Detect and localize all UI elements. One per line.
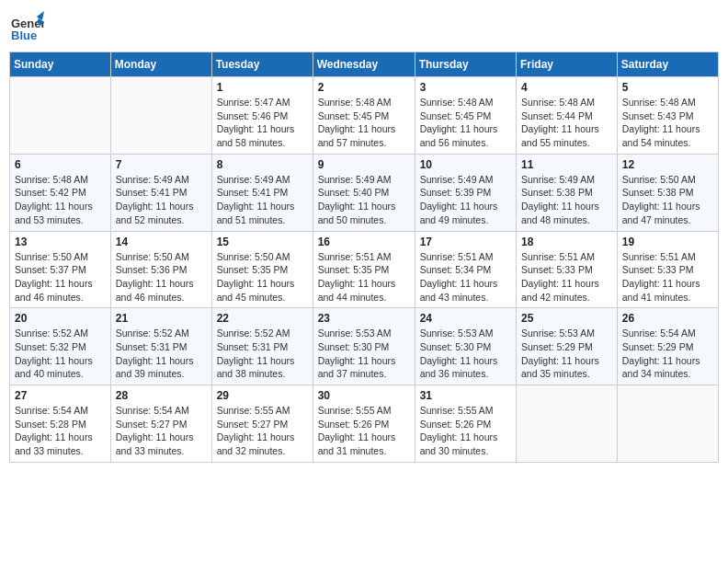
calendar-day-23: 22Sunrise: 5:52 AMSunset: 5:31 PMDayligh… bbox=[211, 308, 313, 385]
day-number: 23 bbox=[318, 312, 410, 325]
calendar-day-16: 15Sunrise: 5:50 AMSunset: 5:35 PMDayligh… bbox=[211, 231, 313, 308]
day-number: 16 bbox=[318, 236, 410, 248]
calendar-day-25: 24Sunrise: 5:53 AMSunset: 5:30 PMDayligh… bbox=[415, 308, 516, 385]
calendar-day-32: 31Sunrise: 5:55 AMSunset: 5:26 PMDayligh… bbox=[415, 385, 516, 463]
calendar-day-17: 16Sunrise: 5:51 AMSunset: 5:35 PMDayligh… bbox=[313, 231, 415, 308]
day-info: Sunrise: 5:51 AMSunset: 5:33 PMDaylight:… bbox=[622, 250, 713, 304]
weekday-header-wednesday: Wednesday bbox=[313, 52, 415, 77]
calendar-day-33 bbox=[517, 385, 618, 463]
calendar-day-7: 6Sunrise: 5:48 AMSunset: 5:42 PMDaylight… bbox=[10, 154, 111, 231]
day-info: Sunrise: 5:54 AMSunset: 5:29 PMDaylight:… bbox=[622, 327, 713, 381]
day-number: 24 bbox=[420, 312, 511, 325]
calendar-header-row: SundayMondayTuesdayWednesdayThursdayFrid… bbox=[10, 52, 719, 77]
day-info: Sunrise: 5:53 AMSunset: 5:29 PMDaylight:… bbox=[521, 327, 612, 381]
day-info: Sunrise: 5:51 AMSunset: 5:34 PMDaylight:… bbox=[420, 250, 511, 304]
day-info: Sunrise: 5:52 AMSunset: 5:31 PMDaylight:… bbox=[217, 327, 308, 381]
calendar-week-1: 1Sunrise: 5:47 AMSunset: 5:46 PMDaylight… bbox=[10, 77, 719, 155]
calendar-day-9: 8Sunrise: 5:49 AMSunset: 5:41 PMDaylight… bbox=[211, 154, 313, 231]
calendar-day-29: 28Sunrise: 5:54 AMSunset: 5:27 PMDayligh… bbox=[110, 385, 211, 463]
day-info: Sunrise: 5:49 AMSunset: 5:40 PMDaylight:… bbox=[318, 173, 410, 227]
day-number: 6 bbox=[15, 158, 106, 171]
calendar-day-2: 1Sunrise: 5:47 AMSunset: 5:46 PMDaylight… bbox=[211, 77, 313, 155]
day-number: 31 bbox=[420, 389, 511, 402]
day-number: 20 bbox=[15, 312, 106, 325]
day-number: 17 bbox=[420, 236, 511, 248]
day-info: Sunrise: 5:48 AMSunset: 5:42 PMDaylight:… bbox=[15, 173, 106, 227]
day-number: 10 bbox=[420, 158, 511, 171]
day-number: 22 bbox=[217, 312, 308, 325]
day-number: 8 bbox=[217, 158, 308, 171]
day-number: 11 bbox=[521, 158, 612, 171]
calendar-day-26: 25Sunrise: 5:53 AMSunset: 5:29 PMDayligh… bbox=[517, 308, 618, 385]
day-number: 26 bbox=[622, 312, 713, 325]
day-number: 2 bbox=[318, 81, 410, 94]
calendar-day-30: 29Sunrise: 5:55 AMSunset: 5:27 PMDayligh… bbox=[211, 385, 313, 463]
day-number: 5 bbox=[622, 81, 713, 94]
day-info: Sunrise: 5:55 AMSunset: 5:26 PMDaylight:… bbox=[420, 404, 511, 458]
day-number: 21 bbox=[116, 312, 207, 325]
day-number: 3 bbox=[420, 81, 511, 94]
day-info: Sunrise: 5:52 AMSunset: 5:32 PMDaylight:… bbox=[15, 327, 106, 381]
weekday-header-thursday: Thursday bbox=[415, 52, 516, 77]
page-header: General Blue bbox=[9, 9, 719, 44]
calendar-day-3: 2Sunrise: 5:48 AMSunset: 5:45 PMDaylight… bbox=[313, 77, 415, 155]
day-info: Sunrise: 5:48 AMSunset: 5:43 PMDaylight:… bbox=[622, 96, 713, 150]
calendar-day-22: 21Sunrise: 5:52 AMSunset: 5:31 PMDayligh… bbox=[110, 308, 211, 385]
day-number: 1 bbox=[217, 81, 308, 94]
calendar-day-20: 19Sunrise: 5:51 AMSunset: 5:33 PMDayligh… bbox=[617, 231, 718, 308]
day-info: Sunrise: 5:51 AMSunset: 5:33 PMDaylight:… bbox=[521, 250, 612, 304]
calendar-day-5: 4Sunrise: 5:48 AMSunset: 5:44 PMDaylight… bbox=[517, 77, 618, 155]
day-number: 28 bbox=[116, 389, 207, 402]
day-number: 12 bbox=[622, 158, 713, 171]
day-number: 13 bbox=[15, 236, 106, 248]
day-info: Sunrise: 5:55 AMSunset: 5:27 PMDaylight:… bbox=[217, 404, 308, 458]
day-number: 19 bbox=[622, 236, 713, 248]
day-info: Sunrise: 5:54 AMSunset: 5:27 PMDaylight:… bbox=[116, 404, 207, 458]
day-info: Sunrise: 5:49 AMSunset: 5:38 PMDaylight:… bbox=[521, 173, 612, 227]
calendar-day-31: 30Sunrise: 5:55 AMSunset: 5:26 PMDayligh… bbox=[313, 385, 415, 463]
calendar-day-15: 14Sunrise: 5:50 AMSunset: 5:36 PMDayligh… bbox=[110, 231, 211, 308]
weekday-header-tuesday: Tuesday bbox=[211, 52, 313, 77]
weekday-header-saturday: Saturday bbox=[617, 52, 718, 77]
calendar-day-0 bbox=[10, 77, 111, 155]
day-info: Sunrise: 5:52 AMSunset: 5:31 PMDaylight:… bbox=[116, 327, 207, 381]
day-info: Sunrise: 5:49 AMSunset: 5:39 PMDaylight:… bbox=[420, 173, 511, 227]
calendar-week-2: 6Sunrise: 5:48 AMSunset: 5:42 PMDaylight… bbox=[10, 154, 719, 231]
calendar-day-12: 11Sunrise: 5:49 AMSunset: 5:38 PMDayligh… bbox=[517, 154, 618, 231]
logo: General Blue bbox=[9, 9, 44, 44]
calendar-week-5: 27Sunrise: 5:54 AMSunset: 5:28 PMDayligh… bbox=[10, 385, 719, 463]
calendar-table: SundayMondayTuesdayWednesdayThursdayFrid… bbox=[9, 52, 719, 463]
day-info: Sunrise: 5:48 AMSunset: 5:44 PMDaylight:… bbox=[521, 96, 612, 150]
calendar-week-4: 20Sunrise: 5:52 AMSunset: 5:32 PMDayligh… bbox=[10, 308, 719, 385]
day-info: Sunrise: 5:48 AMSunset: 5:45 PMDaylight:… bbox=[420, 96, 511, 150]
day-number: 25 bbox=[521, 312, 612, 325]
calendar-day-13: 12Sunrise: 5:50 AMSunset: 5:38 PMDayligh… bbox=[617, 154, 718, 231]
calendar-day-27: 26Sunrise: 5:54 AMSunset: 5:29 PMDayligh… bbox=[617, 308, 718, 385]
calendar-day-21: 20Sunrise: 5:52 AMSunset: 5:32 PMDayligh… bbox=[10, 308, 111, 385]
calendar-day-14: 13Sunrise: 5:50 AMSunset: 5:37 PMDayligh… bbox=[10, 231, 111, 308]
calendar-day-1 bbox=[110, 77, 211, 155]
calendar-week-3: 13Sunrise: 5:50 AMSunset: 5:37 PMDayligh… bbox=[10, 231, 719, 308]
day-number: 14 bbox=[116, 236, 207, 248]
logo-icon: General Blue bbox=[9, 9, 44, 44]
day-info: Sunrise: 5:54 AMSunset: 5:28 PMDaylight:… bbox=[15, 404, 106, 458]
calendar-day-6: 5Sunrise: 5:48 AMSunset: 5:43 PMDaylight… bbox=[617, 77, 718, 155]
calendar-day-28: 27Sunrise: 5:54 AMSunset: 5:28 PMDayligh… bbox=[10, 385, 111, 463]
day-number: 18 bbox=[521, 236, 612, 248]
calendar-day-24: 23Sunrise: 5:53 AMSunset: 5:30 PMDayligh… bbox=[313, 308, 415, 385]
calendar-day-18: 17Sunrise: 5:51 AMSunset: 5:34 PMDayligh… bbox=[415, 231, 516, 308]
day-info: Sunrise: 5:53 AMSunset: 5:30 PMDaylight:… bbox=[318, 327, 410, 381]
day-info: Sunrise: 5:47 AMSunset: 5:46 PMDaylight:… bbox=[217, 96, 308, 150]
day-info: Sunrise: 5:53 AMSunset: 5:30 PMDaylight:… bbox=[420, 327, 511, 381]
day-number: 29 bbox=[217, 389, 308, 402]
calendar-day-11: 10Sunrise: 5:49 AMSunset: 5:39 PMDayligh… bbox=[415, 154, 516, 231]
svg-text:Blue: Blue bbox=[11, 29, 37, 42]
calendar-day-19: 18Sunrise: 5:51 AMSunset: 5:33 PMDayligh… bbox=[517, 231, 618, 308]
calendar-day-34 bbox=[617, 385, 718, 463]
weekday-header-sunday: Sunday bbox=[10, 52, 111, 77]
weekday-header-monday: Monday bbox=[110, 52, 211, 77]
day-number: 4 bbox=[521, 81, 612, 94]
day-info: Sunrise: 5:49 AMSunset: 5:41 PMDaylight:… bbox=[217, 173, 308, 227]
day-info: Sunrise: 5:49 AMSunset: 5:41 PMDaylight:… bbox=[116, 173, 207, 227]
day-number: 7 bbox=[116, 158, 207, 171]
